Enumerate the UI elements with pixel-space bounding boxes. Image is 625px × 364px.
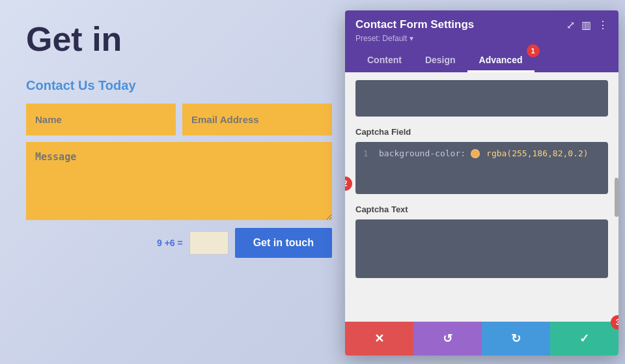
tab-content[interactable]: Content <box>355 49 413 72</box>
form-preview: Get in Contact Us Today 9 +6 = Get in to… <box>0 0 345 364</box>
save-icon: ✓ <box>579 331 589 346</box>
preset-selector[interactable]: Preset: Default ▾ <box>355 34 608 43</box>
captcha-text-label: Captcha Text <box>355 204 608 214</box>
save-button[interactable]: ✓ 3 <box>550 322 618 356</box>
code-line-1: 1 background-color: rgba(255,186,82,0.2) <box>363 148 600 158</box>
expand-icon[interactable]: ⤢ <box>566 19 575 31</box>
contact-subtitle: Contact Us Today <box>26 78 136 93</box>
captcha-text-section: Captcha Text <box>355 204 608 278</box>
scrollbar[interactable] <box>615 178 618 217</box>
name-input[interactable] <box>26 104 176 135</box>
settings-body: 2 Captcha Field 1 background-color: rgba… <box>345 72 618 322</box>
columns-icon[interactable]: ▥ <box>581 19 591 31</box>
badge-1: 1 <box>527 44 540 57</box>
code-property: background-color: <box>379 148 465 158</box>
form-bottom-row: 9 +6 = Get in touch <box>26 228 332 258</box>
code-block-top <box>355 80 608 117</box>
redo-button[interactable]: ↻ <box>482 322 550 356</box>
undo-button[interactable]: ↺ <box>413 322 482 356</box>
captcha-label: 9 +6 = <box>157 238 183 248</box>
settings-header-icons: ⤢ ▥ ⋮ <box>566 19 608 31</box>
submit-button[interactable]: Get in touch <box>235 228 332 258</box>
line-number: 1 <box>363 149 374 158</box>
color-swatch-icon <box>471 149 480 158</box>
settings-header-top: Contact Form Settings ⤢ ▥ ⋮ <box>355 18 608 31</box>
settings-tabs: Content Design Advanced 1 <box>355 49 608 72</box>
tab-design[interactable]: Design <box>413 49 467 72</box>
more-options-icon[interactable]: ⋮ <box>598 19 608 31</box>
captcha-field-label: Captcha Field <box>355 127 608 137</box>
settings-footer: ✕ ↺ ↻ ✓ 3 <box>345 322 618 356</box>
tab-advanced[interactable]: Advanced 1 <box>467 49 535 72</box>
preset-chevron-icon: ▾ <box>410 34 413 43</box>
redo-icon: ↻ <box>511 331 521 346</box>
captcha-text-editor[interactable] <box>355 219 608 278</box>
undo-icon: ↺ <box>443 331 452 346</box>
email-input[interactable] <box>182 104 332 135</box>
captcha-field-section: Captcha Field 1 background-color: rgba(2… <box>355 127 608 194</box>
delete-button[interactable]: ✕ <box>345 322 413 356</box>
badge-3: 3 <box>611 315 618 329</box>
delete-icon: ✕ <box>374 331 384 346</box>
badge-2: 2 <box>345 176 352 191</box>
form-name-email-row <box>26 104 332 135</box>
captcha-input-box[interactable] <box>189 231 229 255</box>
settings-panel: Contact Form Settings ⤢ ▥ ⋮ Preset: Defa… <box>345 10 618 356</box>
preset-label: Preset: Default <box>355 34 407 43</box>
captcha-field-editor[interactable]: 1 background-color: rgba(255,186,82,0.2) <box>355 142 608 194</box>
message-textarea[interactable] <box>26 142 332 220</box>
code-value: rgba(255,186,82,0.2) <box>486 148 589 158</box>
settings-title: Contact Form Settings <box>355 18 474 31</box>
settings-header: Contact Form Settings ⤢ ▥ ⋮ Preset: Defa… <box>345 10 618 72</box>
page-title: Get in <box>26 20 122 59</box>
